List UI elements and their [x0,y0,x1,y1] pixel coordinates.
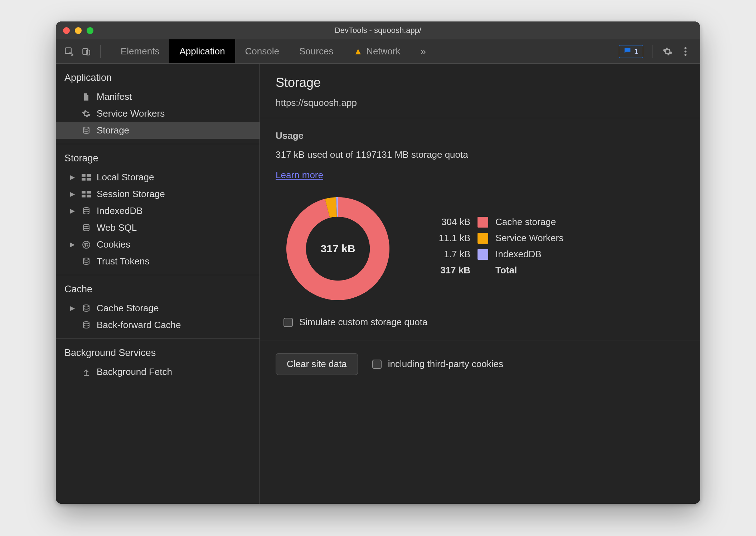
titlebar: DevTools - squoosh.app/ [56,21,700,39]
sidebar-item-service-workers[interactable]: Service Workers [56,105,260,122]
sidebar-item-label: Trust Tokens [97,256,149,267]
panel-title: Storage [276,75,684,90]
window-controls [63,27,93,34]
minimize-window-button[interactable] [75,27,82,34]
origin-url: https://squoosh.app [276,97,684,108]
clear-site-data-button[interactable]: Clear site data [276,353,358,375]
db-icon [81,321,92,330]
svg-point-21 [87,245,88,246]
sidebar-group: Background ServicesBackground Fetch [56,345,260,385]
warning-icon: ▲ [353,46,363,57]
tab-sources[interactable]: Sources [289,39,343,63]
tab-elements[interactable]: Elements [111,39,169,63]
db-icon [81,206,92,216]
svg-point-16 [83,224,89,226]
expand-arrow-icon: ▶ [70,207,76,215]
issues-badge[interactable]: 1 [619,45,643,58]
third-party-cookies-row: including third-party cookies [372,359,503,370]
sidebar-item-indexeddb[interactable]: ▶IndexedDB [56,203,260,219]
sidebar-group: ApplicationManifestService WorkersStorag… [56,70,260,144]
grid-icon [81,173,92,182]
settings-icon[interactable] [662,46,673,57]
sidebar-item-local-storage[interactable]: ▶Local Storage [56,169,260,186]
upload-icon [81,367,92,377]
svg-point-22 [83,258,89,260]
issues-count: 1 [634,47,639,56]
sidebar-item-back-forward-cache[interactable]: Back-forward Cache [56,317,260,333]
more-tabs-button[interactable]: » [410,39,436,63]
tab-network[interactable]: ▲ Network [343,39,410,63]
svg-point-24 [83,322,89,324]
learn-more-link[interactable]: Learn more [276,170,323,181]
kebab-menu-icon[interactable] [680,46,691,57]
sidebar-item-label: Manifest [97,91,132,102]
window-title: DevTools - squoosh.app/ [56,26,700,35]
usage-donut-chart: 317 kB [281,191,395,306]
sidebar-item-cookies[interactable]: ▶Cookies [56,236,260,253]
legend-swatch [478,217,488,228]
tab-label: Network [366,46,400,57]
sidebar-item-trust-tokens[interactable]: Trust Tokens [56,253,260,270]
tab-console[interactable]: Console [235,39,289,63]
svg-point-4 [684,50,687,53]
legend-total-name: Total [495,265,517,276]
tab-label: Sources [299,46,333,57]
svg-point-18 [84,243,86,244]
sidebar-item-session-storage[interactable]: ▶Session Storage [56,186,260,203]
sidebar-item-storage[interactable]: Storage [56,122,260,139]
sidebar-item-label: Local Storage [97,172,154,183]
svg-point-6 [83,127,89,129]
usage-section: Usage 317 kB used out of 1197131 MB stor… [260,118,700,341]
legend-row: 304 kBCache storage [427,216,563,228]
donut-center-label: 317 kB [281,191,395,306]
legend-value: 304 kB [427,216,470,228]
sidebar-item-web-sql[interactable]: Web SQL [56,219,260,236]
legend-name: Service Workers [495,233,563,244]
sidebar-item-background-fetch[interactable]: Background Fetch [56,364,260,380]
sidebar-group-title: Application [56,70,260,88]
maximize-window-button[interactable] [87,27,93,34]
legend-swatch [478,249,488,260]
close-window-button[interactable] [63,27,70,34]
sidebar-item-label: Cookies [97,239,130,250]
tab-application[interactable]: Application [169,39,235,63]
grid-icon [81,190,92,199]
simulate-quota-label: Simulate custom storage quota [299,317,427,328]
device-toggle-icon[interactable] [81,46,92,57]
sidebar-item-cache-storage[interactable]: ▶Cache Storage [56,300,260,317]
db-icon [81,223,92,233]
legend-swatch-empty [478,265,488,276]
tab-label: Application [179,46,225,57]
simulate-quota-row: Simulate custom storage quota [284,317,684,328]
simulate-quota-checkbox[interactable] [284,318,293,327]
gear-icon [81,109,92,118]
sidebar-item-manifest[interactable]: Manifest [56,88,260,105]
toolbar-separator [653,45,653,58]
chat-icon [624,47,631,57]
sidebar-item-label: Web SQL [97,222,137,233]
cookie-icon [81,240,92,249]
svg-point-23 [83,305,89,307]
legend-total-row: 317 kBTotal [427,265,563,276]
sidebar-item-label: Service Workers [97,108,165,119]
legend-value: 1.7 kB [427,249,470,260]
tab-label: Elements [121,46,159,57]
devtools-window: DevTools - squoosh.app/ Elements Applica… [56,21,700,504]
legend-row: 1.7 kBIndexedDB [427,249,563,260]
svg-rect-13 [82,195,86,198]
tab-label: Console [245,46,279,57]
sidebar-group-title: Background Services [56,345,260,364]
toolbar-separator [100,45,101,58]
svg-point-5 [684,54,687,56]
sidebar-item-label: IndexedDB [97,205,143,216]
svg-rect-11 [82,191,86,194]
db-icon [81,304,92,313]
expand-arrow-icon: ▶ [70,174,76,181]
inspect-element-icon[interactable] [64,46,74,57]
sidebar-group-title: Storage [56,151,260,169]
third-party-cookies-checkbox[interactable] [372,360,382,369]
usage-heading: Usage [276,130,684,141]
third-party-cookies-label: including third-party cookies [388,359,503,370]
clear-section: Clear site data including third-party co… [260,341,700,388]
sidebar-group: Cache▶Cache StorageBack-forward Cache [56,282,260,339]
